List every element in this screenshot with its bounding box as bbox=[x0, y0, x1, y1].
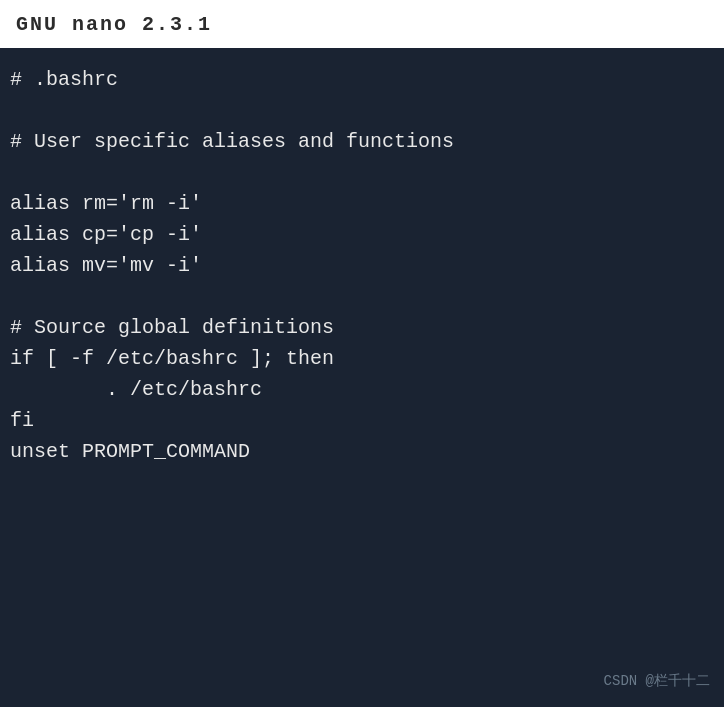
editor-line-empty bbox=[10, 157, 714, 188]
editor-line: unset PROMPT_COMMAND bbox=[10, 436, 714, 467]
title-text: GNU nano 2.3.1 bbox=[16, 13, 212, 36]
editor-line: alias rm='rm -i' bbox=[10, 188, 714, 219]
editor-line: if [ -f /etc/bashrc ]; then bbox=[10, 343, 714, 374]
editor-area: # .bashrc# User specific aliases and fun… bbox=[0, 48, 724, 707]
title-bar: GNU nano 2.3.1 bbox=[0, 0, 724, 48]
editor-line-empty bbox=[10, 281, 714, 312]
editor-line-empty bbox=[10, 95, 714, 126]
editor-line: . /etc/bashrc bbox=[10, 374, 714, 405]
editor-line: # Source global definitions bbox=[10, 312, 714, 343]
editor-line: # .bashrc bbox=[10, 64, 714, 95]
editor-line: # User specific aliases and functions bbox=[10, 126, 714, 157]
editor-line: alias cp='cp -i' bbox=[10, 219, 714, 250]
watermark: CSDN @栏千十二 bbox=[604, 671, 710, 693]
editor-line: alias mv='mv -i' bbox=[10, 250, 714, 281]
editor-line: fi bbox=[10, 405, 714, 436]
editor-content: # .bashrc# User specific aliases and fun… bbox=[10, 64, 714, 467]
